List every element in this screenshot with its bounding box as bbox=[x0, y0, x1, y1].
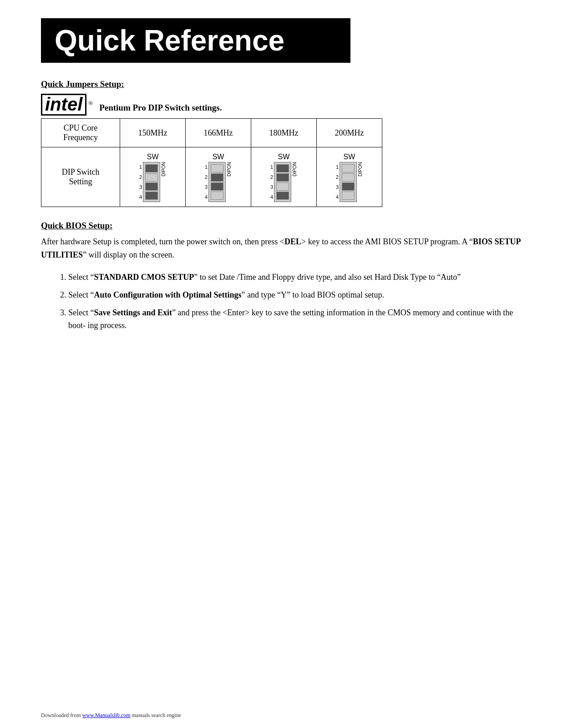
dip-num-3: 3 bbox=[336, 184, 339, 190]
dip-slot-166-3 bbox=[211, 182, 223, 191]
dip-num-3: 3 bbox=[270, 184, 273, 190]
dip-on-dip-labels-166: ON DIP bbox=[227, 162, 232, 177]
header-banner: Quick Reference bbox=[41, 18, 350, 63]
dip-switch-166: SW 1 2 3 4 bbox=[186, 147, 251, 207]
dip-body-166: 1 2 3 4 bbox=[205, 162, 232, 202]
jumpers-title: Quick Jumpers Setup: bbox=[41, 79, 522, 89]
list-item-number: 1. bbox=[60, 273, 68, 282]
on-label-200: ON bbox=[358, 162, 363, 169]
dip-on-dip-labels-180: ON DIP bbox=[292, 162, 297, 177]
bios-steps-list: 1. Select “STANDARD CMOS SETUP” to set D… bbox=[41, 271, 522, 332]
list-item: 1. Select “STANDARD CMOS SETUP” to set D… bbox=[55, 271, 522, 284]
dip-num-4: 4 bbox=[139, 194, 142, 200]
list-item: 2. Select “Auto Configuration with Optim… bbox=[55, 288, 522, 302]
page-title: Quick Reference bbox=[55, 25, 337, 56]
sw-label-150: SW bbox=[147, 153, 159, 161]
registered-mark: ® bbox=[88, 100, 93, 107]
on-label-180: ON bbox=[292, 162, 297, 169]
footer: Downloaded from www.Manualslib.com manua… bbox=[41, 712, 181, 719]
on-label-150: ON bbox=[161, 162, 166, 169]
dip-slot-166-4 bbox=[211, 192, 223, 200]
dip-label-150: DIP bbox=[161, 169, 166, 177]
footer-text-before: Downloaded from bbox=[41, 712, 82, 718]
dip-slot-166-1 bbox=[211, 164, 223, 172]
bios-intro-paragraph: After hardware Setup is completed, turn … bbox=[41, 235, 522, 262]
intel-logo: intel bbox=[41, 94, 86, 116]
footer-link[interactable]: www.Manualslib.com bbox=[82, 712, 131, 718]
dip-switch-180: SW 1 2 3 4 bbox=[251, 147, 317, 207]
dip-graphic-166: SW 1 2 3 4 bbox=[205, 153, 232, 202]
dip-num-1: 1 bbox=[336, 164, 339, 170]
list-item-number: 2. bbox=[60, 290, 68, 299]
dip-num-4: 4 bbox=[270, 194, 273, 200]
dip-slots-150 bbox=[143, 162, 160, 202]
dip-slots-200 bbox=[340, 162, 357, 202]
dip-num-2: 2 bbox=[139, 174, 142, 180]
dip-label-166: DIP bbox=[227, 169, 232, 177]
dip-num-2: 2 bbox=[270, 174, 273, 180]
dip-num-1: 1 bbox=[205, 164, 208, 170]
dip-num-3: 3 bbox=[139, 184, 142, 190]
dip-slot-166-2 bbox=[211, 173, 223, 182]
dip-slots-180 bbox=[274, 162, 291, 202]
dip-on-dip-labels-200: ON DIP bbox=[358, 162, 363, 177]
dip-slot-150-3 bbox=[145, 182, 158, 191]
on-label-166: ON bbox=[227, 162, 232, 169]
dip-slot-180-4 bbox=[276, 192, 289, 200]
table-header-180: 180MHz bbox=[251, 119, 317, 147]
dip-slot-200-1 bbox=[342, 164, 355, 172]
dip-num-1: 1 bbox=[270, 164, 273, 170]
dip-slot-180-1 bbox=[276, 164, 289, 172]
bios-title: Quick BIOS Setup: bbox=[41, 221, 522, 231]
dip-label-200: DIP bbox=[358, 169, 363, 177]
dip-on-dip-labels-150: ON DIP bbox=[161, 162, 166, 177]
table-header-freq: CPU CoreFrequency bbox=[41, 119, 120, 147]
dip-slot-180-2 bbox=[276, 173, 289, 182]
dip-slot-150-1 bbox=[145, 164, 158, 172]
dip-slot-200-2 bbox=[342, 173, 355, 182]
dip-switch-150: SW 1 2 3 4 bbox=[120, 147, 186, 207]
dip-slot-150-4 bbox=[145, 192, 158, 200]
intel-subtitle: Pentium Pro DIP Switch settings. bbox=[99, 103, 222, 113]
dip-switch-table: CPU CoreFrequency 150MHz 166MHz 180MHz 2… bbox=[41, 118, 382, 207]
dip-num-4: 4 bbox=[336, 194, 339, 200]
table-label-dip: DIP SwitchSetting bbox=[41, 147, 120, 207]
jumpers-section: Quick Jumpers Setup: intel ® Pentium Pro… bbox=[41, 79, 522, 207]
dip-body-150: 1 2 3 4 bbox=[139, 162, 166, 202]
dip-slot-180-3 bbox=[276, 182, 289, 191]
list-item-number: 3. bbox=[60, 308, 68, 317]
dip-num-4: 4 bbox=[205, 194, 208, 200]
dip-slot-200-4 bbox=[342, 192, 355, 200]
dip-num-2: 2 bbox=[336, 174, 339, 180]
sw-label-180: SW bbox=[278, 153, 290, 161]
sw-label-166: SW bbox=[213, 153, 224, 161]
dip-slots-166 bbox=[208, 162, 226, 202]
table-header-150: 150MHz bbox=[120, 119, 186, 147]
dip-slot-150-2 bbox=[145, 173, 158, 182]
footer-text-after: manuals search engine bbox=[131, 712, 182, 718]
bios-section: Quick BIOS Setup: After hardware Setup i… bbox=[41, 221, 522, 332]
dip-label-180: DIP bbox=[292, 169, 297, 177]
intel-row: intel ® Pentium Pro DIP Switch settings. bbox=[41, 94, 522, 116]
table-header-200: 200MHz bbox=[316, 119, 382, 147]
dip-switch-200: SW 1 2 3 4 bbox=[316, 147, 382, 207]
dip-body-200: 1 2 3 4 bbox=[336, 162, 363, 202]
dip-slot-200-3 bbox=[342, 182, 355, 191]
dip-num-2: 2 bbox=[205, 174, 208, 180]
intel-logo-text: intel bbox=[41, 94, 86, 116]
dip-num-3: 3 bbox=[205, 184, 208, 190]
list-item: 3. Select “Save Settings and Exit” and p… bbox=[55, 306, 522, 333]
table-header-166: 166MHz bbox=[186, 119, 251, 147]
dip-graphic-180: SW 1 2 3 4 bbox=[270, 153, 297, 202]
dip-num-1: 1 bbox=[139, 164, 142, 170]
dip-graphic-200: SW 1 2 3 4 bbox=[336, 153, 363, 202]
dip-graphic-150: SW 1 2 3 4 bbox=[139, 153, 166, 202]
sw-label-200: SW bbox=[344, 153, 355, 161]
dip-body-180: 1 2 3 4 bbox=[270, 162, 297, 202]
